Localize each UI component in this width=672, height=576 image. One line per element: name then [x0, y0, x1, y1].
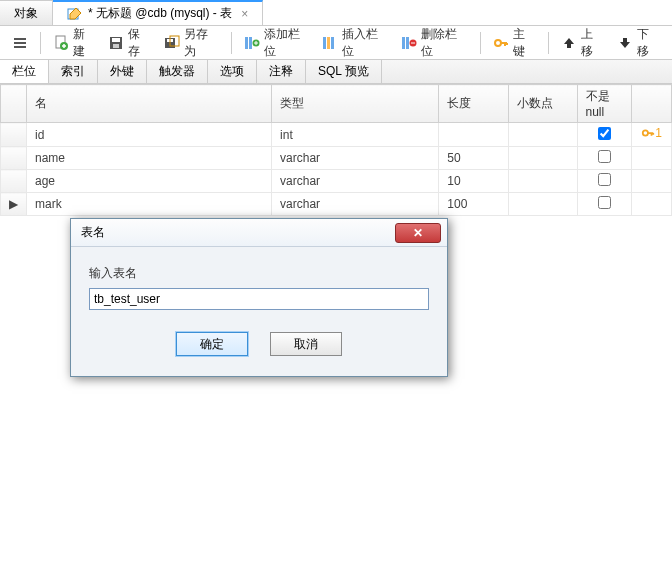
svg-rect-5	[113, 44, 119, 48]
ok-button[interactable]: 确定	[176, 332, 248, 356]
notnull-checkbox[interactable]	[598, 127, 611, 140]
notnull-checkbox[interactable]	[598, 150, 611, 163]
col-header-length[interactable]: 长度	[439, 85, 508, 123]
notnull-checkbox[interactable]	[598, 196, 611, 209]
table-row[interactable]: agevarchar10	[1, 170, 672, 193]
separator	[480, 32, 481, 54]
cell-type[interactable]: varchar	[272, 147, 439, 170]
subtab-fields[interactable]: 栏位	[0, 60, 49, 83]
separator	[231, 32, 232, 54]
cell-length[interactable]: 10	[439, 170, 508, 193]
cell-notnull[interactable]	[577, 193, 632, 216]
move-down-button[interactable]: 下移	[613, 24, 664, 62]
cell-length[interactable]: 100	[439, 193, 508, 216]
cell-pk[interactable]: 1	[632, 123, 672, 147]
dialog-titlebar[interactable]: 表名 ✕	[71, 219, 447, 247]
add-field-icon	[244, 35, 260, 51]
cell-name[interactable]: name	[27, 147, 272, 170]
subtab-comment[interactable]: 注释	[257, 60, 306, 83]
fields-grid: 名 类型 长度 小数点 不是 null idint1namevarchar50a…	[0, 84, 672, 216]
tab-objects[interactable]: 对象	[0, 0, 53, 25]
tab-label: 对象	[14, 5, 38, 22]
svg-rect-15	[402, 37, 405, 49]
row-marker	[1, 123, 27, 147]
cell-name[interactable]: age	[27, 170, 272, 193]
subtab-label: SQL 预览	[318, 63, 369, 80]
subtab-label: 选项	[220, 63, 244, 80]
btn-label: 添加栏位	[264, 26, 311, 60]
save-button[interactable]: 保存	[104, 24, 155, 62]
menu-button[interactable]	[8, 33, 32, 53]
col-header-decimal[interactable]: 小数点	[508, 85, 577, 123]
key-icon	[493, 35, 509, 51]
btn-label: 删除栏位	[421, 26, 468, 60]
col-header-notnull[interactable]: 不是 null	[577, 85, 632, 123]
table-edit-icon	[67, 6, 83, 22]
table-row[interactable]: namevarchar50	[1, 147, 672, 170]
btn-label: 保存	[128, 26, 151, 60]
dialog-buttons: 确定 取消	[71, 316, 447, 376]
subtab-fk[interactable]: 外键	[98, 60, 147, 83]
cell-decimal[interactable]	[508, 147, 577, 170]
new-button[interactable]: 新建	[49, 24, 100, 62]
col-header-name[interactable]: 名	[27, 85, 272, 123]
grid-corner	[1, 85, 27, 123]
subtab-label: 索引	[61, 63, 85, 80]
tab-editor[interactable]: * 无标题 @cdb (mysql) - 表 ×	[53, 0, 263, 25]
dialog-body: 输入表名	[71, 247, 447, 316]
subtab-triggers[interactable]: 触发器	[147, 60, 208, 83]
close-icon: ✕	[413, 226, 423, 240]
btn-label: 上移	[581, 26, 604, 60]
cell-name[interactable]: mark	[27, 193, 272, 216]
plus-doc-icon	[53, 35, 69, 51]
dialog-close-button[interactable]: ✕	[395, 223, 441, 243]
btn-label: 下移	[637, 26, 660, 60]
cell-length[interactable]	[439, 123, 508, 147]
move-up-button[interactable]: 上移	[557, 24, 608, 62]
cell-decimal[interactable]	[508, 193, 577, 216]
subtab-indexes[interactable]: 索引	[49, 60, 98, 83]
cell-notnull[interactable]	[577, 123, 632, 147]
table-row[interactable]: ▶markvarchar100	[1, 193, 672, 216]
cell-type[interactable]: varchar	[272, 193, 439, 216]
table-row[interactable]: idint1	[1, 123, 672, 147]
row-marker	[1, 170, 27, 193]
dialog-title: 表名	[81, 224, 105, 241]
col-header-type[interactable]: 类型	[272, 85, 439, 123]
delete-field-button[interactable]: 删除栏位	[397, 24, 472, 62]
cell-name[interactable]: id	[27, 123, 272, 147]
svg-rect-10	[249, 37, 252, 49]
add-field-button[interactable]: 添加栏位	[240, 24, 315, 62]
primary-key-button[interactable]: 主键	[489, 24, 540, 62]
cancel-button[interactable]: 取消	[270, 332, 342, 356]
subtab-options[interactable]: 选项	[208, 60, 257, 83]
delete-field-icon	[401, 35, 417, 51]
subtab-label: 栏位	[12, 63, 36, 80]
cell-length[interactable]: 50	[439, 147, 508, 170]
cell-notnull[interactable]	[577, 147, 632, 170]
cell-pk[interactable]	[632, 170, 672, 193]
btn-label: 新建	[73, 26, 96, 60]
btn-label: 主键	[513, 26, 536, 60]
table-name-input[interactable]	[89, 288, 429, 310]
saveas-button[interactable]: 另存为	[160, 24, 223, 62]
cell-notnull[interactable]	[577, 170, 632, 193]
cell-type[interactable]: int	[272, 123, 439, 147]
cell-type[interactable]: varchar	[272, 170, 439, 193]
notnull-checkbox[interactable]	[598, 173, 611, 186]
hamburger-icon	[12, 35, 28, 51]
btn-label: 另存为	[184, 26, 219, 60]
subtab-sqlpreview[interactable]: SQL 预览	[306, 60, 382, 83]
arrow-down-icon	[617, 35, 633, 51]
document-tabs: 对象 * 无标题 @cdb (mysql) - 表 ×	[0, 0, 672, 26]
cell-decimal[interactable]	[508, 123, 577, 147]
cell-pk[interactable]	[632, 193, 672, 216]
close-icon[interactable]: ×	[241, 7, 248, 21]
save-icon	[108, 35, 124, 51]
cell-decimal[interactable]	[508, 170, 577, 193]
col-header-key	[632, 85, 672, 123]
insert-field-button[interactable]: 插入栏位	[318, 24, 393, 62]
svg-rect-16	[406, 37, 409, 49]
cell-pk[interactable]	[632, 147, 672, 170]
separator	[40, 32, 41, 54]
